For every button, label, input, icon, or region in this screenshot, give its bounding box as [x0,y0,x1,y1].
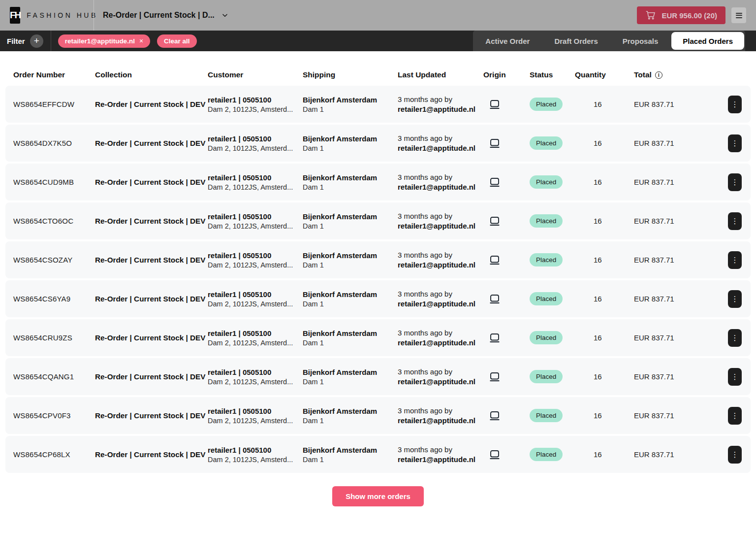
table-row[interactable]: WS8654CSOZAY Re-Order | Current Stock | … [5,241,751,278]
shipping-name: Bijenkorf Amsterdam [303,134,398,143]
info-icon[interactable]: i [655,71,662,79]
order-number: WS8654CRU9ZS [13,333,95,342]
col-header-status: Status [530,70,575,79]
filter-chip-retailer[interactable]: retailer1@apptitude.nl × [58,34,150,48]
shipping-address: Dam 1 [303,300,398,308]
vertical-ellipsis-icon: ⋮ [731,100,739,109]
last-updated-cell: 3 months ago by retailer1@apptitude.nl [398,367,483,386]
brand-logo: FH [10,7,20,24]
status-badge: Placed [530,331,563,344]
total-value: EUR 837.71 [634,450,708,459]
shipping-name: Bijenkorf Amsterdam [303,368,398,376]
brand: FH FASHION HUB [0,7,94,24]
last-updated-cell: 3 months ago by retailer1@apptitude.nl [398,445,483,464]
customer-cell: retailer1 | 0505100 Dam 2, 1012JS, Amste… [208,329,303,347]
collection-name: Re-Order | Current Stock | DEV [95,333,208,342]
shipping-name: Bijenkorf Amsterdam [303,407,398,415]
menu-button[interactable] [731,7,746,23]
table-row[interactable]: WS8654CRU9ZS Re-Order | Current Stock | … [5,319,751,356]
shipping-cell: Bijenkorf Amsterdam Dam 1 [303,290,398,308]
quantity-value: 16 [575,100,634,108]
quantity-value: 16 [575,411,634,420]
shipping-cell: Bijenkorf Amsterdam Dam 1 [303,134,398,152]
close-icon[interactable]: × [139,37,143,45]
status-badge: Placed [530,214,563,228]
collection-selector[interactable]: Re-Order | Current Stock | D... [103,11,228,20]
row-actions-button[interactable]: ⋮ [728,407,742,425]
customer-cell: retailer1 | 0505100 Dam 2, 1012JS, Amste… [208,173,303,191]
last-updated-relative: 3 months ago by [398,367,483,376]
col-header-collection: Collection [95,70,208,79]
customer-name: retailer1 | 0505100 [208,173,303,182]
clear-all-button[interactable]: Clear all [157,34,197,48]
row-actions-button[interactable]: ⋮ [728,173,742,191]
last-updated-cell: 3 months ago by retailer1@apptitude.nl [398,95,483,113]
shipping-name: Bijenkorf Amsterdam [303,173,398,182]
row-actions-button[interactable]: ⋮ [728,212,742,230]
last-updated-by: retailer1@apptitude.nl [398,416,483,425]
customer-cell: retailer1 | 0505100 Dam 2, 1012JS, Amste… [208,368,303,386]
collection-name: Re-Order | Current Stock | DEV [95,256,208,265]
table-row[interactable]: WS8654CQANG1 Re-Order | Current Stock | … [5,358,751,395]
row-actions-button[interactable]: ⋮ [728,446,742,464]
row-actions-button[interactable]: ⋮ [728,290,742,308]
shipping-name: Bijenkorf Amsterdam [303,96,398,104]
last-updated-by: retailer1@apptitude.nl [398,105,483,113]
order-number: WS8654CQANG1 [13,372,95,381]
row-actions-button[interactable]: ⋮ [728,251,742,269]
last-updated-cell: 3 months ago by retailer1@apptitude.nl [398,212,483,230]
customer-name: retailer1 | 0505100 [208,446,303,454]
origin-cell [483,332,530,344]
table-row[interactable]: WS8654CPV0F3 Re-Order | Current Stock | … [5,397,751,434]
last-updated-by: retailer1@apptitude.nl [398,300,483,308]
filter-divider [51,31,51,51]
customer-name: retailer1 | 0505100 [208,368,303,376]
customer-cell: retailer1 | 0505100 Dam 2, 1012JS, Amste… [208,446,303,464]
brand-logo-text: FH [10,10,20,21]
tab-placed-orders[interactable]: Placed Orders [671,32,744,50]
tab-proposals[interactable]: Proposals [610,31,671,51]
last-updated-cell: 3 months ago by retailer1@apptitude.nl [398,290,483,308]
total-value: EUR 837.71 [634,256,708,264]
shipping-address: Dam 1 [303,183,398,191]
status-badge: Placed [530,136,563,150]
customer-name: retailer1 | 0505100 [208,134,303,143]
collection-name: Re-Order | Current Stock | DEV [95,178,208,187]
row-actions-button[interactable]: ⋮ [728,368,742,386]
last-updated-relative: 3 months ago by [398,406,483,415]
cart-button[interactable]: EUR 956.00 (20) [637,6,725,24]
table-row[interactable]: WS8654CTO6OC Re-Order | Current Stock | … [5,202,751,239]
row-actions-button[interactable]: ⋮ [728,134,742,152]
status-badge: Placed [530,409,563,422]
laptop-icon [488,449,501,461]
origin-cell [483,371,530,383]
customer-name: retailer1 | 0505100 [208,212,303,221]
shipping-cell: Bijenkorf Amsterdam Dam 1 [303,446,398,464]
table-row[interactable]: WS8654DX7K5O Re-Order | Current Stock | … [5,125,751,162]
table-row[interactable]: WS8654CUD9MB Re-Order | Current Stock | … [5,164,751,200]
laptop-icon [488,99,501,110]
shipping-cell: Bijenkorf Amsterdam Dam 1 [303,212,398,230]
shipping-name: Bijenkorf Amsterdam [303,251,398,260]
table-header-row: Order Number Collection Customer Shippin… [5,64,751,86]
col-header-customer: Customer [208,70,303,79]
table-row[interactable]: WS8654CP68LX Re-Order | Current Stock | … [5,436,751,473]
last-updated-relative: 3 months ago by [398,251,483,259]
laptop-icon [488,176,501,188]
customer-cell: retailer1 | 0505100 Dam 2, 1012JS, Amste… [208,251,303,269]
tab-draft-orders[interactable]: Draft Orders [542,31,610,51]
row-actions-button[interactable]: ⋮ [728,96,742,113]
total-value: EUR 837.71 [634,100,708,108]
col-header-total: Total i [634,70,708,79]
table-row[interactable]: WS8654CS6YA9 Re-Order | Current Stock | … [5,280,751,317]
status-cell: Placed [530,370,575,383]
col-header-order-number: Order Number [13,70,95,79]
add-filter-button[interactable]: + [30,34,43,48]
table-row[interactable]: WS8654EFFCDW Re-Order | Current Stock | … [5,86,751,123]
tab-active-order[interactable]: Active Order [473,31,542,51]
row-actions-button[interactable]: ⋮ [728,329,742,347]
show-more-button[interactable]: Show more orders [332,486,424,506]
customer-address: Dam 2, 1012JS, Amsterd... [208,144,303,152]
total-value: EUR 837.71 [634,411,708,420]
orders-list: WS8654EFFCDW Re-Order | Current Stock | … [5,86,751,473]
